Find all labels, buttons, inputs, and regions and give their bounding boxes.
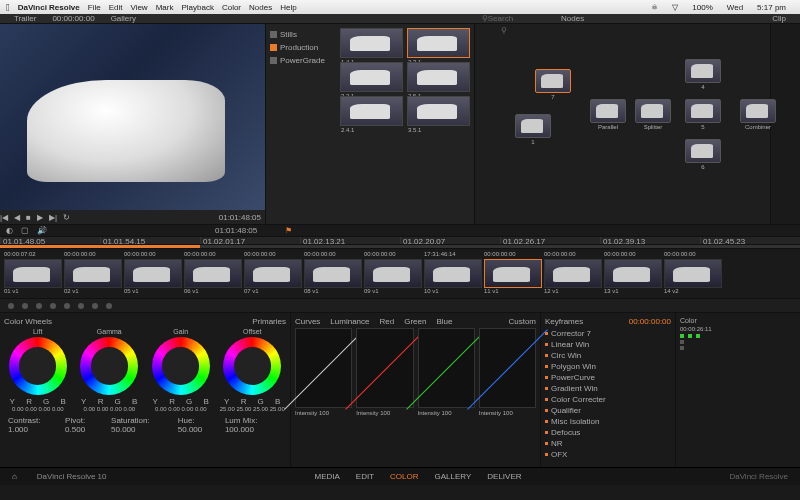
tool-icon[interactable]	[106, 303, 112, 309]
gallery-cat-powergrade[interactable]: PowerGrade	[270, 54, 332, 67]
timeline-clip[interactable]: 00:00:00:0009 v1	[364, 251, 422, 296]
tool-icon[interactable]	[92, 303, 98, 309]
timeline-clip[interactable]: 00:00:00:0002 v1	[64, 251, 122, 296]
viewer-image[interactable]	[0, 24, 265, 210]
menu-playback[interactable]: Playback	[181, 3, 213, 12]
app-name[interactable]: DaVinci Resolve	[18, 3, 80, 12]
keyframe-track[interactable]: NR	[545, 438, 671, 449]
gallery-thumb[interactable]: 2.3.1	[407, 28, 470, 58]
contrast-value[interactable]: Contrast: 1.000	[8, 416, 57, 434]
tool-icon[interactable]	[64, 303, 70, 309]
keyframe-track[interactable]: Corrector 7	[545, 328, 671, 339]
nodes-search[interactable]: ⚲	[501, 26, 507, 32]
wifi-icon[interactable]: ▽	[672, 3, 678, 12]
keyframe-track[interactable]: Color Correcter	[545, 394, 671, 405]
curve-editor[interactable]: Intensity 100	[418, 328, 475, 416]
timeline-clip[interactable]: 00:00:00:0007 v1	[244, 251, 302, 296]
nodes-panel[interactable]: ⚲ 71ParallelSplitter456Combiner	[475, 24, 770, 224]
node[interactable]: 4	[685, 59, 721, 83]
color-wheel-offset[interactable]: OffsetYRGB25.00 25.00 25.00 25.00	[219, 328, 287, 412]
keyframe-track[interactable]: Defocus	[545, 427, 671, 438]
keyframe-track[interactable]: Qualifier	[545, 405, 671, 416]
gallery-thumb[interactable]: 2.4.1	[340, 96, 403, 126]
node[interactable]: 5	[685, 99, 721, 123]
timeline-clip[interactable]: 00:00:00:0013 v1	[604, 251, 662, 296]
menu-color[interactable]: Color	[222, 3, 241, 12]
saturation-value[interactable]: Saturation: 50.000	[111, 416, 170, 434]
timeline-clip[interactable]: 00:00:07:0201 v1	[4, 251, 62, 296]
curve-tab-lum[interactable]: Luminance	[330, 317, 369, 326]
search-placeholder[interactable]: Search	[488, 14, 513, 23]
menu-view[interactable]: View	[130, 3, 147, 12]
apple-icon[interactable]: 	[6, 2, 10, 13]
tool-icon[interactable]	[50, 303, 56, 309]
mute-icon[interactable]: 🔊	[37, 226, 47, 235]
keyframe-track[interactable]: Linear Win	[545, 339, 671, 350]
curve-editor[interactable]: Intensity 100	[479, 328, 536, 416]
gallery-cat-stills[interactable]: Stills	[270, 28, 332, 41]
menu-nodes[interactable]: Nodes	[249, 3, 272, 12]
keyframe-track[interactable]: OFX	[545, 449, 671, 460]
tab-gallery[interactable]: GALLERY	[435, 472, 472, 481]
gallery-thumb[interactable]: 1.4.1	[340, 28, 403, 58]
curve-editor[interactable]: Intensity 100	[356, 328, 413, 416]
curve-tab-blue[interactable]: Blue	[436, 317, 452, 326]
first-frame-icon[interactable]: |◀	[0, 213, 8, 222]
tab-edit[interactable]: EDIT	[356, 472, 374, 481]
tab-deliver[interactable]: DELIVER	[487, 472, 521, 481]
bluetooth-icon[interactable]: ⚛	[651, 3, 658, 12]
gallery-thumb[interactable]: 3.5.1	[407, 96, 470, 126]
color-wheel-gain[interactable]: GainYRGB0.00 0.00 0.00 0.00	[147, 328, 215, 412]
loop-icon[interactable]: ↻	[63, 213, 70, 222]
node[interactable]: Splitter	[635, 99, 671, 123]
menu-mark[interactable]: Mark	[156, 3, 174, 12]
timeline-clip[interactable]: 00:00:00:0008 v1	[304, 251, 362, 296]
tool-icon[interactable]	[78, 303, 84, 309]
timeline-clip[interactable]: 00:00:00:0005 v1	[124, 251, 182, 296]
next-frame-icon[interactable]: ▶|	[49, 213, 57, 222]
color-wheel-gamma[interactable]: GammaYRGB0.00 0.00 0.00 0.00	[76, 328, 144, 412]
home-icon[interactable]: ⌂	[12, 472, 17, 481]
stop-icon[interactable]: ■	[26, 213, 31, 222]
keyframe-track[interactable]: PowerCurve	[545, 372, 671, 383]
expand-icon[interactable]: ▢	[21, 226, 29, 235]
tab-color[interactable]: COLOR	[390, 472, 418, 481]
timeline-clip[interactable]: 00:00:00:0012 v1	[544, 251, 602, 296]
curve-tab-custom[interactable]: Custom	[508, 317, 536, 326]
tab-media[interactable]: MEDIA	[314, 472, 339, 481]
menu-file[interactable]: File	[88, 3, 101, 12]
tool-icon[interactable]	[36, 303, 42, 309]
timeline-clip[interactable]: 17:31:46:1410 v1	[424, 251, 482, 296]
timeline-ruler[interactable]: 01.01.48.0501.01.54.1501.02.01.1701.02.1…	[0, 236, 800, 244]
keyframe-track[interactable]: Circ Win	[545, 350, 671, 361]
curve-tab-green[interactable]: Green	[404, 317, 426, 326]
gallery-thumb[interactable]: 3.2.1	[340, 62, 403, 92]
hue-value[interactable]: Hue: 50.000	[178, 416, 217, 434]
node[interactable]: Combiner	[740, 99, 776, 123]
gallery-thumb[interactable]: 2.5.1	[407, 62, 470, 92]
menu-edit[interactable]: Edit	[109, 3, 123, 12]
bypass-icon[interactable]: ◐	[6, 226, 13, 235]
timeline-clip[interactable]: 00:00:00:0011 v1	[484, 251, 542, 296]
node[interactable]: 6	[685, 139, 721, 163]
tool-icon[interactable]	[8, 303, 14, 309]
timeline-clip[interactable]: 00:00:00:0006 v1	[184, 251, 242, 296]
pivot-value[interactable]: Pivot: 0.500	[65, 416, 103, 434]
node[interactable]: 1	[515, 114, 551, 138]
curve-editor[interactable]: Intensity 100	[295, 328, 352, 416]
tool-icon[interactable]	[22, 303, 28, 309]
timeline-clip[interactable]: 00:00:00:0014 v2	[664, 251, 722, 296]
keyframe-track[interactable]: Gradient Win	[545, 383, 671, 394]
flag-icon[interactable]: ⚑	[285, 226, 292, 235]
gallery-cat-production[interactable]: Production	[270, 41, 332, 54]
play-icon[interactable]: ▶	[37, 213, 43, 222]
curve-tab-red[interactable]: Red	[379, 317, 394, 326]
keyframe-track[interactable]: Polygon Win	[545, 361, 671, 372]
keyframe-track[interactable]: Misc Isolation	[545, 416, 671, 427]
color-wheel-lift[interactable]: LiftYRGB0.00 0.00 0.00 0.00	[4, 328, 72, 412]
node[interactable]: Parallel	[590, 99, 626, 123]
prev-frame-icon[interactable]: ◀	[14, 213, 20, 222]
node[interactable]: 7	[535, 69, 571, 93]
menu-help[interactable]: Help	[280, 3, 296, 12]
lummix-value[interactable]: Lum Mix: 100.000	[225, 416, 282, 434]
